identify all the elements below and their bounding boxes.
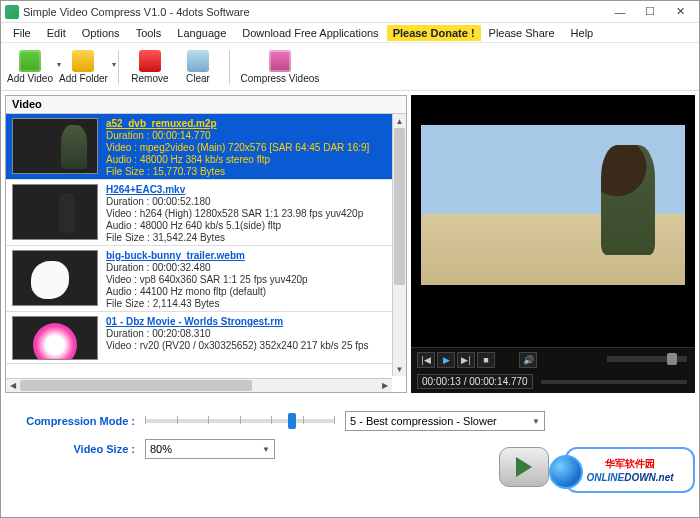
next-frame-button[interactable]: ▶| xyxy=(457,352,475,368)
menu-download[interactable]: Download Free Applications xyxy=(234,25,386,41)
preview-figure xyxy=(601,145,655,255)
clear-icon xyxy=(187,50,209,72)
close-button[interactable]: ✕ xyxy=(665,3,695,21)
progress-bar[interactable] xyxy=(541,380,687,384)
window-title: Simple Video Compress V1.0 - 4dots Softw… xyxy=(23,6,605,18)
add-folder-button[interactable]: Add Folder ▾ xyxy=(59,50,108,84)
compression-mode-value: 5 - Best compression - Slower xyxy=(350,415,497,427)
slider-knob[interactable] xyxy=(288,413,296,429)
video-size-value: 80% xyxy=(150,443,172,455)
chevron-down-icon: ▼ xyxy=(262,445,270,454)
globe-icon xyxy=(549,455,583,489)
app-icon xyxy=(5,5,19,19)
scroll-down-arrow-icon[interactable]: ▼ xyxy=(393,362,406,376)
minimize-button[interactable]: — xyxy=(605,3,635,21)
video-thumbnail xyxy=(12,316,98,360)
video-duration: Duration : 00:00:52.180 xyxy=(106,196,363,208)
preview-image xyxy=(421,125,685,285)
video-info: big-buck-bunny_trailer.webm Duration : 0… xyxy=(106,250,308,310)
video-thumbnail xyxy=(12,184,98,240)
video-item[interactable]: 01 - Dbz Movie - Worlds Strongest.rm Dur… xyxy=(6,312,392,364)
video-title[interactable]: H264+EAC3.mkv xyxy=(106,184,363,196)
video-title[interactable]: big-buck-bunny_trailer.webm xyxy=(106,250,308,262)
video-list[interactable]: a52_dvb_remuxed.m2p Duration : 00:00:14.… xyxy=(6,114,392,378)
play-button[interactable]: ▶ xyxy=(437,352,455,368)
maximize-button[interactable]: ☐ xyxy=(635,3,665,21)
video-audio: Audio : 48000 Hz 640 kb/s 5.1(side) fltp xyxy=(106,220,363,232)
menu-language[interactable]: Language xyxy=(169,25,234,41)
add-video-label: Add Video xyxy=(7,73,53,84)
time-display: 00:00:13 / 00:00:14.770 xyxy=(417,374,533,389)
scroll-up-arrow-icon[interactable]: ▲ xyxy=(393,114,406,128)
video-item[interactable]: a52_dvb_remuxed.m2p Duration : 00:00:14.… xyxy=(6,114,392,180)
remove-x-icon xyxy=(139,50,161,72)
toolbar-separator xyxy=(118,50,119,84)
video-size: File Size : 2,114.43 Bytes xyxy=(106,298,308,310)
scrollbar-thumb[interactable] xyxy=(394,128,405,285)
compress-videos-button[interactable]: Compress Videos xyxy=(240,50,320,84)
compress-icon xyxy=(269,50,291,72)
video-size: File Size : 15,770.73 Bytes xyxy=(106,166,369,178)
bottom-controls: Compression Mode : 5 - Best compression … xyxy=(1,397,699,497)
menu-share[interactable]: Please Share xyxy=(481,25,563,41)
menu-bar: File Edit Options Tools Language Downloa… xyxy=(1,23,699,43)
compression-mode-slider[interactable] xyxy=(145,419,335,423)
video-size: File Size : 31,542.24 Bytes xyxy=(106,232,363,244)
main-area: Video a52_dvb_remuxed.m2p Duration : 00:… xyxy=(1,91,699,397)
menu-file[interactable]: File xyxy=(5,25,39,41)
plus-green-icon xyxy=(19,50,41,72)
video-duration: Duration : 00:00:14.770 xyxy=(106,130,369,142)
compression-mode-select[interactable]: 5 - Best compression - Slower ▼ xyxy=(345,411,545,431)
prev-frame-button[interactable]: |◀ xyxy=(417,352,435,368)
chevron-down-icon[interactable]: ▾ xyxy=(112,60,116,69)
scrollbar-thumb[interactable] xyxy=(20,380,252,391)
horizontal-scrollbar[interactable]: ◀ ▶ xyxy=(6,378,392,392)
scroll-right-arrow-icon[interactable]: ▶ xyxy=(378,379,392,392)
scroll-left-arrow-icon[interactable]: ◀ xyxy=(6,379,20,392)
add-folder-label: Add Folder xyxy=(59,73,108,84)
stop-button[interactable]: ■ xyxy=(477,352,495,368)
preview-panel: |◀ ▶ ▶| ■ 🔊 00:00:13 / 00:00:14.770 xyxy=(411,95,695,393)
menu-tools[interactable]: Tools xyxy=(128,25,170,41)
video-item[interactable]: H264+EAC3.mkv Duration : 00:00:52.180 Vi… xyxy=(6,180,392,246)
video-title[interactable]: 01 - Dbz Movie - Worlds Strongest.rm xyxy=(106,316,369,328)
remove-label: Remove xyxy=(131,73,168,84)
toolbar: Add Video ▾ Add Folder ▾ Remove Clear Co… xyxy=(1,43,699,91)
volume-slider[interactable] xyxy=(607,356,687,362)
player-controls: |◀ ▶ ▶| ■ 🔊 00:00:13 / 00:00:14.770 xyxy=(411,347,695,393)
video-thumbnail xyxy=(12,250,98,306)
title-bar: Simple Video Compress V1.0 - 4dots Softw… xyxy=(1,1,699,23)
video-audio: Audio : 48000 Hz 384 kb/s stereo fltp xyxy=(106,154,369,166)
video-codec: Video : vp8 640x360 SAR 1:1 25 fps yuv42… xyxy=(106,274,308,286)
watermark-logo: 华军软件园 ONLINEDOWN.net xyxy=(565,447,695,493)
video-info: H264+EAC3.mkv Duration : 00:00:52.180 Vi… xyxy=(106,184,363,244)
video-codec: Video : mpeg2video (Main) 720x576 [SAR 6… xyxy=(106,142,369,154)
video-title[interactable]: a52_dvb_remuxed.m2p xyxy=(106,118,369,130)
clear-button[interactable]: Clear xyxy=(177,50,219,84)
video-size-select[interactable]: 80% ▼ xyxy=(145,439,275,459)
add-video-button[interactable]: Add Video ▾ xyxy=(7,50,53,84)
menu-help[interactable]: Help xyxy=(563,25,602,41)
slider-knob[interactable] xyxy=(667,353,677,365)
menu-edit[interactable]: Edit xyxy=(39,25,74,41)
video-duration: Duration : 00:00:32.480 xyxy=(106,262,308,274)
compression-mode-label: Compression Mode : xyxy=(15,415,145,427)
vertical-scrollbar[interactable]: ▲ ▼ xyxy=(392,114,406,376)
video-thumbnail xyxy=(12,118,98,174)
video-codec: Video : h264 (High) 1280x528 SAR 1:1 23.… xyxy=(106,208,363,220)
menu-options[interactable]: Options xyxy=(74,25,128,41)
watermark-cn: 华军软件园 xyxy=(605,457,655,471)
video-item[interactable]: big-buck-bunny_trailer.webm Duration : 0… xyxy=(6,246,392,312)
video-size-label: Video Size : xyxy=(15,443,145,455)
watermark-en1: ONLINE xyxy=(586,472,624,483)
video-duration: Duration : 00:20:08.310 xyxy=(106,328,369,340)
video-codec: Video : rv20 (RV20 / 0x30325652) 352x240… xyxy=(106,340,369,352)
execute-button[interactable] xyxy=(499,447,549,487)
menu-donate[interactable]: Please Donate ! xyxy=(387,25,481,41)
video-info: a52_dvb_remuxed.m2p Duration : 00:00:14.… xyxy=(106,118,369,178)
remove-button[interactable]: Remove xyxy=(129,50,171,84)
clear-label: Clear xyxy=(186,73,210,84)
video-info: 01 - Dbz Movie - Worlds Strongest.rm Dur… xyxy=(106,316,369,352)
volume-button[interactable]: 🔊 xyxy=(519,352,537,368)
folder-icon xyxy=(72,50,94,72)
